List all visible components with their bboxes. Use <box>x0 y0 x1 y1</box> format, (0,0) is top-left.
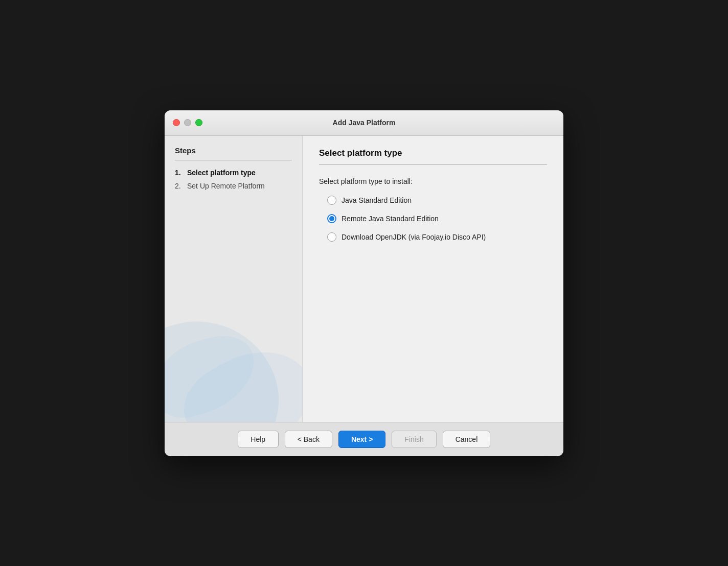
step-2: 2. Set Up Remote Platform <box>175 182 292 190</box>
step-1: 1. Select platform type <box>175 169 292 177</box>
minimize-button[interactable] <box>184 119 191 126</box>
radio-remote-java-standard[interactable] <box>327 214 336 223</box>
option-java-standard-label: Java Standard Edition <box>342 196 412 204</box>
maximize-button[interactable] <box>195 119 202 126</box>
window-title: Add Java Platform <box>333 119 396 127</box>
next-button[interactable]: Next > <box>338 431 385 448</box>
radio-inner-dot <box>329 216 334 221</box>
step-1-number: 1. <box>175 169 184 177</box>
option-download-openjdk-label: Download OpenJDK (via Foojay.io Disco AP… <box>342 233 486 241</box>
sidebar: Steps 1. Select platform type 2. Set Up … <box>165 136 303 422</box>
step-2-label: Set Up Remote Platform <box>187 182 265 190</box>
help-button[interactable]: Help <box>238 431 279 448</box>
instruction-text: Select platform type to install: <box>319 177 547 185</box>
traffic-lights <box>173 119 202 126</box>
option-remote-java-standard-label: Remote Java Standard Edition <box>342 215 439 223</box>
option-download-openjdk[interactable]: Download OpenJDK (via Foojay.io Disco AP… <box>327 232 547 242</box>
dialog-window: Add Java Platform Steps 1. Select platfo… <box>165 110 563 456</box>
steps-header: Steps <box>175 146 292 160</box>
step-2-number: 2. <box>175 182 184 190</box>
step-1-label: Select platform type <box>187 169 256 177</box>
radio-download-openjdk[interactable] <box>327 232 336 242</box>
option-java-standard[interactable]: Java Standard Edition <box>327 196 547 205</box>
finish-button: Finish <box>392 431 436 448</box>
sidebar-decoration <box>165 310 302 422</box>
cancel-button[interactable]: Cancel <box>443 431 491 448</box>
back-button[interactable]: < Back <box>285 431 332 448</box>
platform-type-options: Java Standard Edition Remote Java Standa… <box>319 196 547 242</box>
radio-java-standard[interactable] <box>327 196 336 205</box>
footer: Help < Back Next > Finish Cancel <box>165 422 563 456</box>
titlebar: Add Java Platform <box>165 110 563 136</box>
option-remote-java-standard[interactable]: Remote Java Standard Edition <box>327 214 547 223</box>
panel-title: Select platform type <box>319 148 547 165</box>
main-panel: Select platform type Select platform typ… <box>303 136 563 422</box>
main-content: Steps 1. Select platform type 2. Set Up … <box>165 136 563 422</box>
close-button[interactable] <box>173 119 180 126</box>
